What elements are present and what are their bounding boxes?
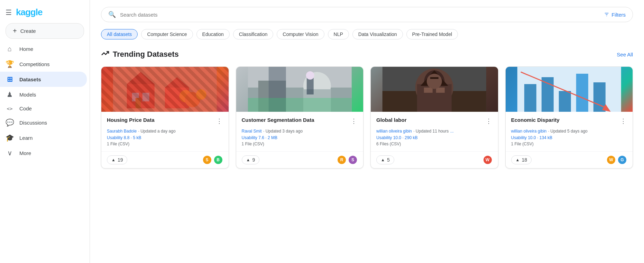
- card-title: Customer Segmentation Data: [242, 117, 314, 124]
- card-author[interactable]: Saurabh Badole: [107, 129, 137, 134]
- sidebar-item-more[interactable]: ∨ More: [0, 145, 87, 161]
- avatar: W: [483, 155, 493, 165]
- sidebar-item-label: Home: [19, 46, 33, 52]
- card-title-row: Housing Price Data ⋮: [107, 117, 223, 126]
- svg-point-21: [306, 71, 314, 80]
- svg-rect-20: [306, 77, 313, 94]
- svg-rect-28: [424, 88, 433, 93]
- sidebar-item-models[interactable]: ♟ Models: [0, 87, 87, 102]
- search-input[interactable]: [120, 12, 604, 18]
- create-label: Create: [20, 28, 36, 34]
- sidebar-header: ☰ kaggle: [0, 4, 90, 23]
- trending-icon: [101, 49, 109, 60]
- card-author[interactable]: willian oliveira gibin: [376, 129, 412, 134]
- tag-pre-trained-model[interactable]: Pre-Trained Model: [406, 29, 458, 39]
- trending-section-title: Trending Datasets: [113, 50, 179, 59]
- svg-point-12: [185, 92, 200, 107]
- card-files: 1 File (CSV): [511, 142, 627, 146]
- competitions-icon: 🏆: [6, 60, 14, 68]
- upvote-count: 18: [522, 157, 527, 163]
- upvote-button[interactable]: ▲ 18: [511, 155, 532, 164]
- tag-all-datasets[interactable]: All datasets: [101, 29, 138, 39]
- avatar: W: [606, 155, 616, 165]
- svg-marker-10: [165, 77, 189, 88]
- card-menu-icon[interactable]: ⋮: [350, 117, 358, 126]
- svg-rect-32: [430, 77, 439, 79]
- sidebar-item-label: Learn: [19, 135, 33, 141]
- sidebar-item-competitions[interactable]: 🏆 Competitions: [0, 56, 87, 72]
- card-body-housing: Housing Price Data ⋮ Saurabh Badole · Up…: [101, 112, 229, 151]
- card-meta: Raval Smit · Updated 3 days ago: [242, 128, 358, 134]
- card-update: ·: [263, 129, 266, 134]
- upvote-button[interactable]: ▲ 9: [242, 155, 260, 164]
- upvote-button[interactable]: ▲ 5: [376, 155, 394, 164]
- sidebar-item-label: More: [19, 150, 31, 156]
- see-all-button[interactable]: See All: [617, 52, 633, 57]
- trending-header: Trending Datasets See All: [101, 49, 633, 60]
- card-body-labor: Global labor ⋮ willian oliveira gibin · …: [371, 112, 498, 151]
- sidebar: ☰ kaggle + Create ⌂ Home 🏆 Competitions …: [0, 0, 90, 263]
- tag-classification[interactable]: Classification: [233, 29, 273, 39]
- card-files: 6 Files (CSV): [376, 142, 493, 146]
- card-meta: willian oliveira gibin · Updated 5 days …: [511, 128, 627, 134]
- sidebar-item-datasets[interactable]: ⊞ Datasets: [0, 72, 87, 87]
- dataset-card-labor: Global labor ⋮ willian oliveira gibin · …: [370, 66, 498, 169]
- card-image-housing: [101, 67, 229, 112]
- sidebar-item-discussions[interactable]: 💬 Discussions: [0, 115, 87, 130]
- tags-container: All datasets Computer Science Education …: [101, 29, 633, 39]
- card-author[interactable]: willian oliveira gibin: [511, 129, 547, 134]
- card-footer-segmentation: ▲ 9 R S: [236, 151, 364, 168]
- card-image-labor: [371, 67, 498, 112]
- sidebar-item-code[interactable]: <> Code: [0, 102, 87, 115]
- card-updated-suffix: ...: [450, 129, 454, 134]
- card-size: 2 MB: [268, 135, 277, 140]
- sidebar-item-label: Competitions: [19, 61, 50, 67]
- tag-nlp[interactable]: NLP: [328, 29, 349, 39]
- home-icon: ⌂: [6, 45, 14, 53]
- svg-rect-3: [113, 67, 217, 112]
- card-updated: Updated 5 days ago: [550, 129, 587, 134]
- card-footer-housing: ▲ 19 S B: [101, 151, 229, 168]
- card-usability: Usability 10.0 · 134 kB: [511, 135, 627, 140]
- usability-value: 7.6: [258, 135, 264, 140]
- usability-label: Usability: [376, 135, 393, 140]
- card-avatars: W: [483, 155, 493, 165]
- card-title: Housing Price Data: [107, 117, 155, 124]
- svg-rect-9: [165, 88, 189, 108]
- sidebar-item-learn[interactable]: 🎓 Learn: [0, 130, 87, 145]
- card-body-economic: Economic Disparity ⋮ willian oliveira gi…: [506, 112, 633, 151]
- trending-title: Trending Datasets: [101, 49, 179, 60]
- card-files: 1 File (CSV): [107, 142, 223, 146]
- card-usability: Usability 10.0 · 290 kB: [376, 135, 493, 140]
- svg-marker-5: [127, 72, 155, 84]
- card-menu-icon[interactable]: ⋮: [215, 117, 223, 126]
- datasets-grid: Housing Price Data ⋮ Saurabh Badole · Up…: [101, 66, 633, 169]
- upvote-arrow-icon: ▲: [111, 157, 116, 162]
- upvote-button[interactable]: ▲ 19: [107, 155, 127, 164]
- hamburger-icon[interactable]: ☰: [6, 8, 12, 17]
- tag-education[interactable]: Education: [196, 29, 230, 39]
- card-update: ·: [413, 129, 416, 134]
- create-button[interactable]: + Create: [6, 23, 84, 39]
- sidebar-item-label: Models: [19, 92, 36, 98]
- usability-dot: ·: [265, 135, 268, 140]
- svg-rect-7: [142, 93, 149, 101]
- card-author[interactable]: Raval Smit: [242, 129, 262, 134]
- create-plus-icon: +: [13, 27, 17, 35]
- card-image-segmentation: [236, 67, 364, 112]
- svg-rect-4: [127, 84, 155, 108]
- card-menu-icon[interactable]: ⋮: [619, 117, 627, 126]
- card-menu-icon[interactable]: ⋮: [485, 117, 493, 126]
- card-body-segmentation: Customer Segmentation Data ⋮ Raval Smit …: [236, 112, 364, 151]
- tag-computer-science[interactable]: Computer Science: [141, 29, 193, 39]
- filters-button[interactable]: Filters: [604, 12, 626, 18]
- usability-dot: ·: [537, 135, 540, 140]
- learn-icon: 🎓: [6, 134, 14, 142]
- tag-computer-vision[interactable]: Computer Vision: [277, 29, 324, 39]
- usability-value: 8.8: [124, 135, 130, 140]
- card-updated: Updated 3 days ago: [266, 129, 303, 134]
- tag-data-visualization[interactable]: Data Visualization: [352, 29, 403, 39]
- sidebar-item-home[interactable]: ⌂ Home: [0, 42, 87, 56]
- svg-point-13: [196, 89, 206, 100]
- upvote-arrow-icon: ▲: [381, 157, 385, 162]
